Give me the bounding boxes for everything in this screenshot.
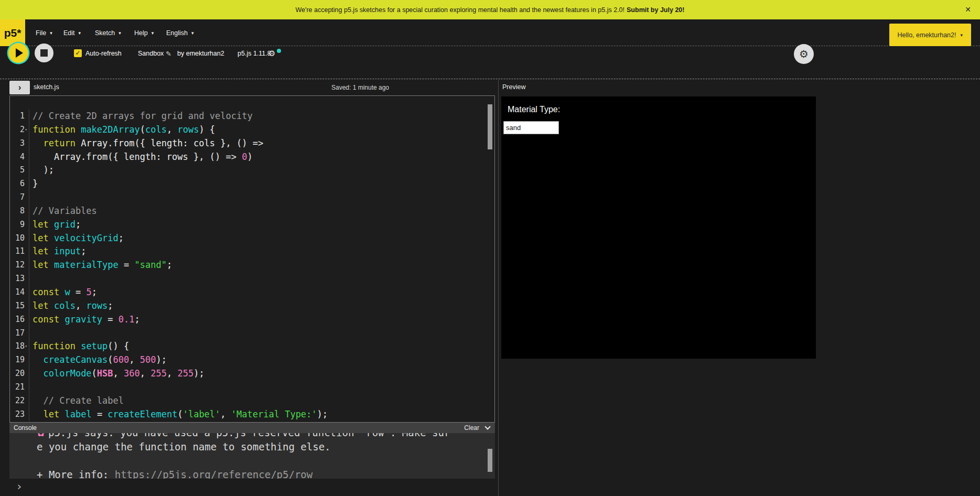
console-prompt-icon[interactable]: › — [16, 480, 23, 493]
gutter: 2▾ — [10, 123, 29, 137]
account-menu-button[interactable]: Hello, emekturhan2!▾ — [889, 24, 971, 46]
code-text[interactable]: // Create 2D arrays for grid and velocit… — [29, 110, 253, 123]
code-text[interactable]: createCanvas(600, 500); — [29, 353, 167, 367]
p5-logo[interactable]: p5* — [0, 19, 25, 46]
line-number: 23 — [10, 408, 25, 422]
code-text[interactable]: // Create label — [29, 394, 124, 408]
code-line: 11let input; — [10, 245, 494, 258]
gutter: 14 — [10, 286, 29, 299]
code-text[interactable] — [29, 327, 33, 340]
console-line: ✿ p5.js says: you have used a p5.js rese… — [37, 433, 495, 440]
autorefresh-label: Auto-refresh — [85, 50, 122, 57]
code-text[interactable]: let velocityGrid; — [29, 232, 124, 245]
banner-text: We're accepting p5.js sketches for a spe… — [296, 6, 625, 14]
stop-sketch-button[interactable] — [35, 44, 53, 62]
menu-sketch[interactable]: Sketch▾ — [95, 19, 121, 46]
run-sketch-button[interactable] — [8, 43, 28, 63]
menu-edit[interactable]: Edit▾ — [63, 19, 81, 46]
line-number: 12 — [10, 258, 25, 272]
file-bar: › sketch.js Saved: 1 minute ago Preview — [0, 79, 980, 95]
code-line: 21 — [10, 381, 494, 394]
version-settings-gear-icon[interactable]: ⚙ — [268, 49, 275, 58]
line-number: 4 — [10, 150, 25, 164]
line-number: 2 — [10, 123, 25, 137]
gutter: 5 — [10, 164, 29, 177]
fold-arrow-icon[interactable]: ▾ — [25, 340, 27, 353]
line-number: 8 — [10, 204, 25, 218]
p5-version: p5.js 1.11.8 — [238, 50, 271, 57]
code-text[interactable]: let label = createElement('label', 'Mate… — [29, 408, 328, 422]
line-number: 16 — [10, 313, 25, 327]
console-title: Console — [14, 424, 37, 432]
saved-status: Saved: 1 minute ago — [331, 84, 389, 91]
code-text[interactable]: Array.from({ length: rows }, () => 0) — [29, 150, 253, 164]
editor-scrollbar[interactable] — [488, 104, 492, 149]
code-text[interactable]: let grid; — [29, 218, 81, 232]
code-text[interactable]: // Variables — [29, 204, 97, 218]
code-text[interactable]: return Array.from({ length: cols }, () =… — [29, 137, 263, 150]
code-line: 8// Variables — [10, 204, 494, 218]
code-text[interactable]: function make2DArray(cols, rows) { — [29, 123, 215, 137]
line-number: 6 — [10, 177, 25, 191]
console-line: + More info: https://p5js.org/reference/… — [37, 468, 495, 479]
console-scrollbar[interactable] — [488, 449, 492, 472]
code-line: 2▾function make2DArray(cols, rows) { — [10, 123, 494, 137]
menu-help[interactable]: Help▾ — [134, 19, 154, 46]
line-number: 11 — [10, 245, 25, 258]
line-number: 1 — [10, 110, 25, 123]
code-text[interactable] — [29, 272, 33, 286]
fold-arrow-icon[interactable]: ▾ — [25, 123, 27, 137]
code-text[interactable]: ); — [29, 164, 54, 177]
chevron-down-icon: ▾ — [79, 30, 81, 36]
project-name[interactable]: Sandbox — [138, 50, 164, 57]
line-number: 21 — [10, 381, 25, 394]
line-number: 7 — [10, 191, 25, 204]
menu-language[interactable]: English▾ — [166, 19, 194, 46]
chevron-down-icon: ▾ — [191, 30, 194, 36]
gutter: 11 — [10, 245, 29, 258]
chevron-down-icon: ▾ — [960, 33, 963, 38]
line-number: 22 — [10, 394, 25, 408]
sketch-canvas[interactable] — [501, 96, 816, 359]
autorefresh-checkbox[interactable]: ✓ — [74, 49, 82, 57]
code-editor[interactable]: 1// Create 2D arrays for grid and veloci… — [9, 95, 495, 423]
gutter: 15 — [10, 299, 29, 313]
code-text[interactable]: } — [29, 177, 38, 191]
gutter: 8 — [10, 204, 29, 218]
code-line: 23 let label = createElement('label', 'M… — [10, 408, 494, 422]
gutter: 3 — [10, 137, 29, 150]
code-text[interactable] — [29, 191, 33, 204]
reference-link[interactable]: https://p5js.org/reference/p5/row — [115, 469, 313, 479]
code-text[interactable]: let input; — [29, 245, 86, 258]
code-text[interactable]: let materialType = "sand"; — [29, 258, 172, 272]
stop-icon — [40, 49, 48, 57]
console-output: ✿ p5.js says: you have used a p5.js rese… — [9, 433, 495, 479]
close-icon[interactable]: ✕ — [963, 5, 973, 14]
console-collapse-icon[interactable] — [484, 424, 490, 429]
settings-gear-button[interactable]: ⚙ — [794, 44, 814, 64]
code-text[interactable]: let cols, rows; — [29, 299, 113, 313]
p5-web-editor: We're accepting p5.js sketches for a spe… — [0, 0, 980, 496]
tab-sketch-js[interactable]: sketch.js — [34, 83, 59, 91]
material-type-input[interactable] — [503, 121, 559, 134]
code-text[interactable]: colorMode(HSB, 360, 255, 255); — [29, 367, 204, 381]
menu-file[interactable]: File▾ — [36, 19, 52, 46]
code-line: 5 ); — [10, 164, 494, 177]
edit-project-name-icon[interactable]: ✎ — [166, 50, 171, 58]
code-text[interactable] — [29, 381, 33, 394]
code-line: 18▾function setup() { — [10, 340, 494, 353]
play-icon — [16, 48, 23, 58]
panel-divider[interactable] — [498, 80, 499, 496]
code-text[interactable]: const gravity = 0.1; — [29, 313, 140, 327]
line-number: 18 — [10, 340, 25, 353]
line-number: 15 — [10, 299, 25, 313]
gutter: 4 — [10, 150, 29, 164]
console-clear-button[interactable]: Clear — [464, 424, 479, 432]
code-text[interactable]: function setup() { — [29, 340, 129, 353]
sidebar-expander-button[interactable]: › — [9, 81, 30, 94]
code-line: 14const w = 5; — [10, 286, 494, 299]
gutter: 6 — [10, 177, 29, 191]
code-line: 13 — [10, 272, 494, 286]
code-text[interactable]: const w = 5; — [29, 286, 97, 299]
gutter: 9 — [10, 218, 29, 232]
